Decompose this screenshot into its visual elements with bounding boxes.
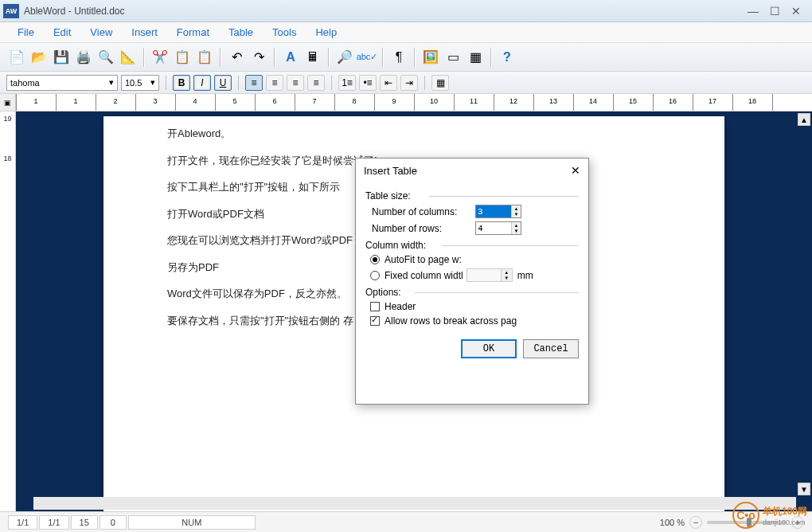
open-button[interactable]: 📂 bbox=[29, 47, 49, 68]
align-center-button[interactable]: ≡ bbox=[266, 75, 283, 91]
rows-spinner[interactable]: ▲▼ bbox=[475, 221, 521, 235]
separator bbox=[382, 48, 384, 67]
print-button[interactable]: 🖨️ bbox=[73, 47, 94, 68]
font-color-button[interactable]: A bbox=[280, 47, 301, 68]
spellcheck-button[interactable]: abc✓ bbox=[357, 47, 377, 68]
align-left-button[interactable]: ≡ bbox=[245, 75, 263, 91]
cols-label: Number of columns: bbox=[372, 206, 475, 217]
scroll-down-button[interactable]: ▼ bbox=[798, 483, 810, 495]
maximize-button[interactable]: ☐ bbox=[770, 5, 780, 18]
copy-button[interactable]: 📋 bbox=[172, 47, 193, 68]
watermark: C•o 单机100网 danji100.com bbox=[732, 502, 807, 529]
scroll-up-button[interactable]: ▲ bbox=[798, 113, 810, 126]
cols-down[interactable]: ▼ bbox=[512, 212, 521, 218]
statusbar: 1/1 1/1 15 0 NUM 100 % − + bbox=[0, 511, 812, 532]
window-title: AbleWord - Untitled.doc bbox=[24, 6, 748, 17]
unit-label: mm bbox=[517, 270, 533, 281]
allow-break-checkbox[interactable] bbox=[370, 316, 380, 326]
zoom-value: 100 % bbox=[660, 518, 685, 527]
autofit-label: AutoFit to page w: bbox=[385, 254, 462, 265]
save-button[interactable]: 💾 bbox=[51, 47, 72, 68]
print-preview-button[interactable]: 🔍 bbox=[96, 47, 116, 68]
separator bbox=[166, 76, 166, 90]
status-page: 1/1 bbox=[8, 515, 37, 530]
insert-table-dialog: Insert Table ✕ Table size: Number of col… bbox=[355, 158, 589, 405]
redo-button[interactable]: ↷ bbox=[248, 47, 269, 68]
new-button[interactable]: 📄 bbox=[6, 47, 27, 68]
header-checkbox[interactable] bbox=[370, 302, 380, 311]
titlebar: AW AbleWord - Untitled.doc — ☐ ✕ bbox=[0, 0, 812, 22]
separator bbox=[331, 76, 332, 90]
show-marks-button[interactable]: ¶ bbox=[388, 47, 409, 68]
close-button[interactable]: ✕ bbox=[791, 5, 801, 18]
fixed-width-label: Fixed column widtl bbox=[385, 270, 463, 281]
bold-button[interactable]: B bbox=[173, 75, 190, 91]
bullet-list-button[interactable]: •≡ bbox=[359, 75, 377, 91]
fixed-width-radio[interactable] bbox=[370, 271, 380, 280]
cols-input[interactable] bbox=[476, 205, 511, 217]
italic-button[interactable]: I bbox=[193, 75, 211, 91]
insert-image-button[interactable]: 🖼️ bbox=[420, 47, 441, 68]
menu-format[interactable]: Format bbox=[167, 23, 219, 41]
minimize-button[interactable]: — bbox=[748, 5, 759, 18]
rows-up[interactable]: ▲ bbox=[512, 222, 521, 229]
menu-file[interactable]: File bbox=[8, 23, 44, 41]
app-icon: AW bbox=[3, 4, 19, 18]
font-size-select[interactable]: 10.5▾ bbox=[121, 75, 159, 91]
menu-view[interactable]: View bbox=[80, 23, 122, 41]
increase-indent-button[interactable]: ⇥ bbox=[400, 75, 418, 91]
dialog-title-text: Insert Table bbox=[364, 165, 417, 177]
group-column-width: Column width: bbox=[365, 240, 579, 251]
separator bbox=[220, 48, 221, 67]
rows-down[interactable]: ▼ bbox=[512, 229, 521, 235]
find-button[interactable]: 🔎 bbox=[334, 47, 355, 68]
fixed-up[interactable]: ▲ bbox=[502, 269, 512, 276]
menu-table[interactable]: Table bbox=[219, 23, 263, 41]
dialog-titlebar[interactable]: Insert Table ✕ bbox=[356, 158, 588, 182]
horizontal-ruler[interactable]: ▣ 1123456789101112131415161718 bbox=[0, 94, 812, 111]
horizontal-scrollbar[interactable] bbox=[33, 497, 796, 510]
align-justify-button[interactable]: ≡ bbox=[307, 75, 325, 91]
status-section: 1/1 bbox=[39, 515, 68, 530]
group-table-size: Table size: bbox=[365, 190, 579, 201]
align-right-button[interactable]: ≡ bbox=[287, 75, 304, 91]
menubar: File Edit View Insert Format Table Tools… bbox=[0, 22, 812, 43]
allow-break-label: Allow rows to break across pag bbox=[385, 315, 517, 327]
autofit-radio[interactable] bbox=[370, 255, 380, 264]
formatbar: tahoma▾ 10.5▾ B I U ≡ ≡ ≡ ≡ 1≡ •≡ ⇤ ⇥ ▦ bbox=[0, 72, 812, 94]
vertical-ruler[interactable]: 1918 bbox=[0, 111, 16, 511]
ok-button[interactable]: OK bbox=[461, 339, 517, 358]
dialog-close-button[interactable]: ✕ bbox=[571, 164, 580, 177]
help-button[interactable]: ? bbox=[497, 47, 517, 68]
underline-button[interactable]: U bbox=[214, 75, 232, 91]
cancel-button[interactable]: Cancel bbox=[523, 339, 579, 358]
toolbar: 📄 📂 💾 🖨️ 🔍 📐 ✂️ 📋 📋 ↶ ↷ A 🖩 🔎 abc✓ ¶ 🖼️ … bbox=[0, 43, 812, 72]
calculator-button[interactable]: 🖩 bbox=[303, 47, 323, 68]
status-mode: NUM bbox=[128, 515, 256, 530]
cut-button[interactable]: ✂️ bbox=[150, 47, 170, 68]
rows-input[interactable] bbox=[476, 222, 511, 234]
fixed-down[interactable]: ▼ bbox=[502, 276, 512, 282]
separator bbox=[328, 48, 330, 67]
document-paragraph[interactable]: 开Ableword。 bbox=[167, 126, 661, 142]
decrease-indent-button[interactable]: ⇤ bbox=[380, 75, 397, 91]
cols-spinner[interactable]: ▲▼ bbox=[475, 205, 521, 218]
paste-button[interactable]: 📋 bbox=[194, 47, 215, 68]
ruler-corner: ▣ bbox=[0, 94, 16, 111]
zoom-out-button[interactable]: − bbox=[689, 516, 702, 529]
undo-button[interactable]: ↶ bbox=[226, 47, 247, 68]
insert-table-button[interactable]: ▦ bbox=[465, 47, 486, 68]
separator bbox=[414, 48, 416, 67]
menu-help[interactable]: Help bbox=[306, 23, 346, 41]
font-select[interactable]: tahoma▾ bbox=[6, 75, 118, 91]
cols-up[interactable]: ▲ bbox=[512, 205, 521, 212]
menu-tools[interactable]: Tools bbox=[263, 23, 306, 41]
borders-button[interactable]: ▦ bbox=[431, 75, 449, 91]
insert-textbox-button[interactable]: ▭ bbox=[443, 47, 463, 68]
menu-edit[interactable]: Edit bbox=[44, 23, 80, 41]
watermark-text: 单机100网 bbox=[763, 506, 807, 517]
header-label: Header bbox=[385, 301, 416, 312]
menu-insert[interactable]: Insert bbox=[122, 23, 167, 41]
number-list-button[interactable]: 1≡ bbox=[338, 75, 356, 91]
page-setup-button[interactable]: 📐 bbox=[118, 47, 139, 68]
